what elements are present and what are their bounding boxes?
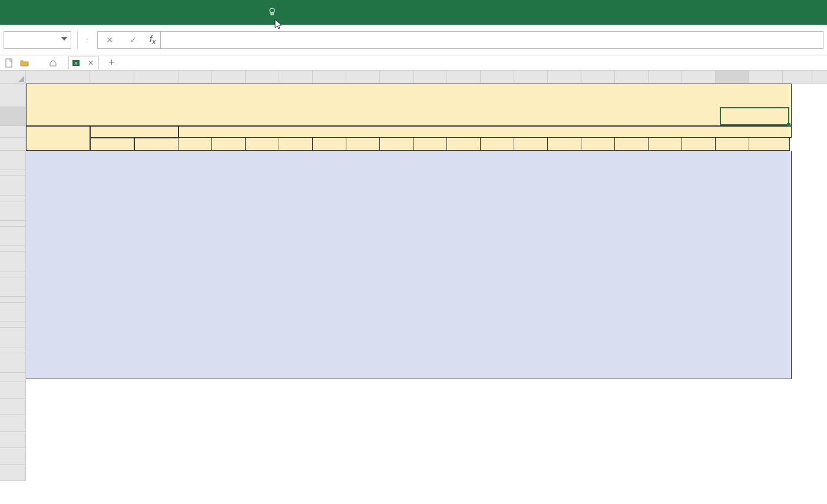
cell-area[interactable] xyxy=(26,84,827,481)
ribbon-tab-formula[interactable] xyxy=(90,6,111,18)
col-header[interactable] xyxy=(26,71,90,83)
active-cell-selection[interactable] xyxy=(720,107,789,125)
row-header[interactable] xyxy=(0,382,26,399)
new-file-icon[interactable] xyxy=(5,58,14,68)
row-header[interactable] xyxy=(0,246,26,252)
col-header[interactable] xyxy=(514,71,548,83)
col-header[interactable] xyxy=(90,71,134,83)
prog-col[interactable] xyxy=(414,138,447,151)
prog-col[interactable] xyxy=(581,138,615,151)
row-header[interactable] xyxy=(0,465,26,481)
row-header[interactable] xyxy=(0,201,26,221)
row-header[interactable] xyxy=(0,151,26,170)
prog-col[interactable] xyxy=(615,138,649,151)
prog-col[interactable] xyxy=(346,138,380,151)
col-header[interactable] xyxy=(380,71,414,83)
col-header[interactable] xyxy=(178,71,212,83)
row-header[interactable] xyxy=(0,138,26,151)
ribbon-tab-review[interactable] xyxy=(132,6,153,18)
select-all-corner[interactable] xyxy=(0,71,26,83)
ribbon-tab-beautify[interactable] xyxy=(238,6,259,18)
col-header[interactable] xyxy=(783,71,812,83)
close-icon[interactable]: ✕ xyxy=(85,59,96,67)
ribbon-tab-layout[interactable] xyxy=(68,6,90,18)
dropdown-icon[interactable] xyxy=(61,37,67,43)
cancel-button[interactable]: ✕ xyxy=(98,32,121,48)
prog-col[interactable] xyxy=(649,138,682,151)
row-header[interactable] xyxy=(0,303,26,322)
col-header[interactable] xyxy=(313,71,346,83)
enter-button[interactable]: ✓ xyxy=(121,32,145,48)
row-header[interactable] xyxy=(0,252,26,271)
row-header[interactable] xyxy=(0,195,26,201)
title-cell[interactable] xyxy=(26,84,792,107)
ribbon-tab-powerpivot[interactable] xyxy=(217,6,238,18)
prog-col[interactable] xyxy=(313,138,346,151)
row-header[interactable] xyxy=(0,353,26,373)
row-header[interactable] xyxy=(0,297,26,303)
col-header[interactable] xyxy=(246,71,279,83)
prog-col[interactable] xyxy=(178,138,212,151)
row-header[interactable] xyxy=(0,170,26,176)
row-header[interactable] xyxy=(0,415,26,432)
col-header[interactable] xyxy=(581,71,615,83)
ribbon-tab-help[interactable] xyxy=(196,6,217,18)
open-folder-icon[interactable] xyxy=(20,58,29,68)
col-header[interactable] xyxy=(682,71,716,83)
ribbon-tab-home[interactable] xyxy=(26,6,47,18)
header-start[interactable] xyxy=(90,138,134,151)
name-box[interactable] xyxy=(4,31,71,49)
prog-col[interactable] xyxy=(716,138,749,151)
prog-col[interactable] xyxy=(246,138,279,151)
prog-col[interactable] xyxy=(481,138,514,151)
col-header[interactable] xyxy=(548,71,581,83)
template-tab[interactable] xyxy=(46,57,62,69)
row-header[interactable] xyxy=(0,176,26,195)
ribbon-search[interactable] xyxy=(259,1,289,24)
row-header[interactable] xyxy=(0,271,26,277)
row-header[interactable] xyxy=(0,277,26,297)
row-header[interactable] xyxy=(0,227,26,246)
row-header[interactable] xyxy=(0,221,26,227)
row-header[interactable] xyxy=(0,107,26,126)
col-header[interactable] xyxy=(716,71,749,83)
ribbon-tab-view[interactable] xyxy=(153,6,174,18)
prog-col[interactable] xyxy=(380,138,414,151)
prog-col[interactable] xyxy=(749,138,790,151)
header-dates[interactable] xyxy=(90,126,178,138)
active-document-tab[interactable]: X ✕ xyxy=(68,57,99,69)
prog-col[interactable] xyxy=(682,138,716,151)
ribbon-tab-dev[interactable] xyxy=(174,6,196,18)
ribbon-tab-data[interactable] xyxy=(111,6,132,18)
col-header[interactable] xyxy=(414,71,447,83)
header-end[interactable] xyxy=(134,138,178,151)
col-header[interactable] xyxy=(134,71,178,83)
fx-icon[interactable]: fx xyxy=(145,34,160,46)
prog-col[interactable] xyxy=(514,138,548,151)
prog-col[interactable] xyxy=(212,138,246,151)
row-header[interactable] xyxy=(0,399,26,415)
new-tab-button[interactable]: + xyxy=(105,57,118,69)
formula-input[interactable] xyxy=(160,31,823,49)
row-header[interactable] xyxy=(0,322,26,328)
row-header[interactable] xyxy=(0,432,26,448)
row-header[interactable] xyxy=(0,448,26,465)
col-header[interactable] xyxy=(212,71,246,83)
col-header[interactable] xyxy=(749,71,783,83)
col-header[interactable] xyxy=(649,71,682,83)
row-header[interactable] xyxy=(0,347,26,353)
ribbon-tab-insert[interactable] xyxy=(47,6,68,18)
row-header[interactable] xyxy=(0,373,26,382)
header-progress[interactable] xyxy=(178,126,792,138)
start-date-label-cell[interactable] xyxy=(26,107,792,126)
row-header[interactable] xyxy=(0,328,26,347)
col-header[interactable] xyxy=(346,71,380,83)
col-header[interactable] xyxy=(481,71,514,83)
col-header[interactable] xyxy=(279,71,313,83)
row-header[interactable] xyxy=(0,84,26,107)
prog-col[interactable] xyxy=(279,138,313,151)
prog-col[interactable] xyxy=(548,138,581,151)
header-task[interactable] xyxy=(26,126,90,151)
ribbon-tab-file[interactable] xyxy=(5,6,26,18)
prog-col[interactable] xyxy=(447,138,481,151)
